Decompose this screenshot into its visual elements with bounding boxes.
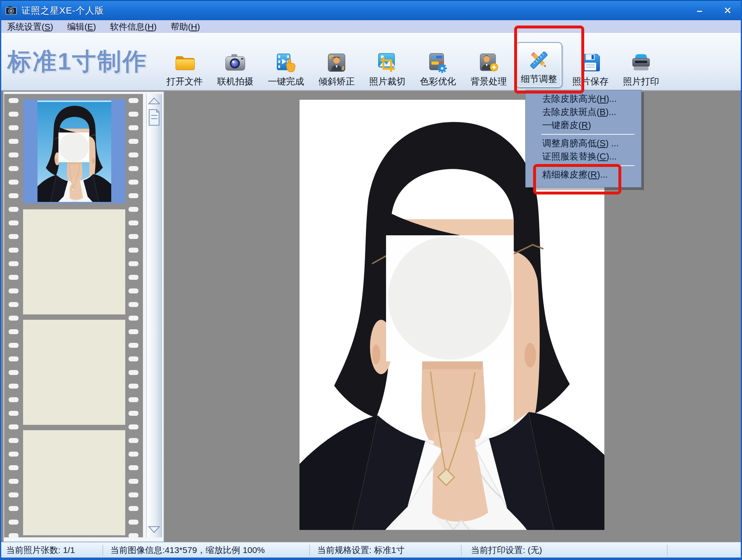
scroll-up-arrow-icon[interactable]: [147, 96, 162, 105]
scroll-down-arrow-icon[interactable]: [147, 525, 162, 534]
camera-capture-button[interactable]: 联机拍摄: [211, 47, 259, 88]
open-file-folder-icon: [173, 47, 197, 74]
photo-crop-icon: [375, 47, 399, 74]
toolbar: 标准1寸制作 打开文件: [0, 33, 742, 91]
background-process-button[interactable]: 背景处理: [465, 47, 513, 88]
tilt-correction-button[interactable]: 倾斜矫正: [313, 47, 360, 88]
tool-label: 色彩优化: [420, 75, 456, 88]
status-photo-count: 当前照片张数: 1/1: [0, 545, 103, 555]
menu-edit[interactable]: 编辑(E): [60, 20, 103, 33]
filmstrip: [4, 94, 143, 537]
tilt-correction-icon: [325, 47, 349, 74]
status-image-info: 当前图像信息:413*579，缩放比例 100%: [103, 545, 310, 555]
background-process-icon: [477, 47, 501, 74]
tool-label: 照片打印: [623, 75, 659, 88]
app-camera-icon: [5, 5, 17, 17]
minimize-button[interactable]: –: [693, 5, 707, 16]
film-perforations-left: [8, 94, 19, 537]
film-frame-empty[interactable]: [23, 209, 125, 314]
status-print-setting: 当前打印设置: (无): [461, 545, 667, 555]
thumbnail-photo: [37, 101, 111, 202]
window-title: 证照之星XE-个人版: [21, 5, 104, 17]
detail-adjust-button[interactable]: 细节调整: [515, 42, 562, 88]
tool-label: 打开文件: [166, 75, 203, 88]
film-frame-selected-photo[interactable]: [23, 99, 125, 203]
menu-bar: 系统设置(S) 编辑(E) 软件信息(H) 帮助(H): [0, 20, 742, 33]
menu-system-settings[interactable]: 系统设置(S): [0, 20, 60, 33]
one-click-finish-icon: [274, 47, 298, 74]
status-bar: 当前照片张数: 1/1 当前图像信息:413*579，缩放比例 100% 当前规…: [0, 542, 742, 558]
menu-item-fine-eraser[interactable]: 精细橡皮擦(R)...: [526, 168, 641, 181]
tool-label: 一键完成: [268, 75, 304, 88]
detail-adjust-dropdown-menu: 去除皮肤高光(H)... 去除皮肤斑点(B)... 一键磨皮(R) 调整肩膀高低…: [525, 90, 641, 187]
scrollbar-thumb-icon[interactable]: [147, 108, 162, 127]
status-spec-setting: 当前规格设置: 标准1寸: [310, 545, 461, 555]
film-frame-empty[interactable]: [23, 320, 125, 425]
menu-item-replace-clothes[interactable]: 证照服装替换(C)...: [526, 150, 641, 163]
film-frame-empty[interactable]: [23, 430, 125, 535]
tool-label: 照片保存: [572, 75, 609, 88]
menu-separator: [541, 134, 634, 135]
photo-canvas: [164, 91, 741, 542]
color-optimize-icon: [426, 47, 450, 74]
tool-label: 联机拍摄: [217, 75, 253, 88]
tool-label: 照片裁切: [369, 75, 405, 88]
tool-label: 背景处理: [470, 75, 507, 88]
menu-item-remove-skin-highlight[interactable]: 去除皮肤高光(H)...: [526, 92, 641, 105]
window-bottom-border: [0, 558, 742, 560]
filmstrip-scrollbar[interactable]: [146, 94, 162, 537]
menu-help[interactable]: 帮助(H): [164, 20, 207, 33]
close-button[interactable]: ✕: [721, 5, 735, 16]
app-window: 证照之星XE-个人版 – ✕ 系统设置(S) 编辑(E) 软件信息(H) 帮助(…: [0, 0, 742, 560]
menu-software-info[interactable]: 软件信息(H): [103, 20, 164, 33]
film-perforations-right: [128, 94, 139, 537]
photo-crop-button[interactable]: 照片裁切: [363, 47, 411, 88]
tool-label: 细节调整: [521, 73, 557, 85]
photo-save-button[interactable]: 照片保存: [566, 47, 614, 88]
menu-item-remove-skin-spots[interactable]: 去除皮肤斑点(B)...: [526, 105, 641, 119]
detail-adjust-icon: [527, 45, 551, 72]
menu-item-one-click-skin-smooth[interactable]: 一键磨皮(R): [526, 119, 641, 132]
menu-item-adjust-shoulder[interactable]: 调整肩膀高低(S) ...: [526, 137, 641, 150]
open-file-button[interactable]: 打开文件: [161, 47, 208, 88]
title-bar: 证照之星XE-个人版 – ✕: [0, 0, 742, 20]
photo-save-icon: [578, 47, 602, 74]
color-optimize-button[interactable]: 色彩优化: [414, 47, 462, 88]
photo-print-icon: [629, 47, 653, 74]
camera-capture-icon: [223, 47, 247, 74]
photo-print-button[interactable]: 照片打印: [617, 47, 665, 88]
tool-label: 倾斜矫正: [318, 75, 355, 88]
filmstrip-panel: [3, 91, 164, 542]
one-click-finish-button[interactable]: 一键完成: [262, 47, 310, 88]
mode-headline: 标准1寸制作: [0, 33, 161, 90]
menu-separator: [541, 165, 634, 166]
